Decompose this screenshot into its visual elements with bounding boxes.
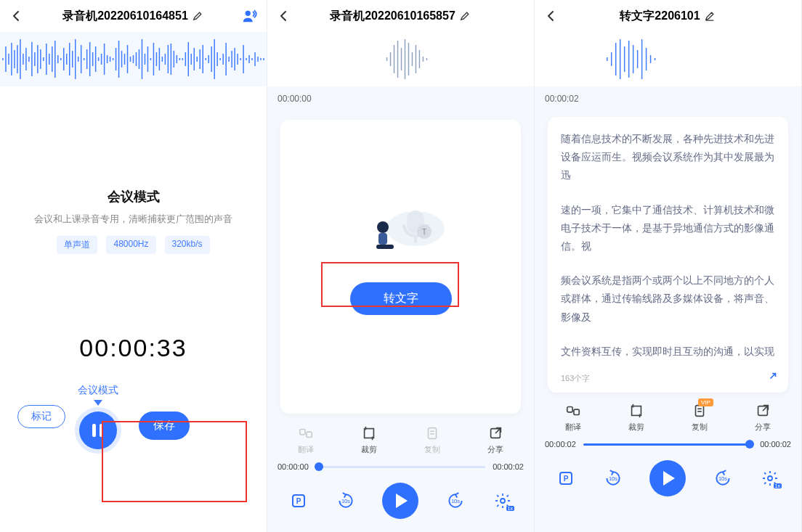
paragraph: 速的一项，它集中了通信技术、计算机技术和微电子技术于一体，是基于异地通信方式的影… (561, 201, 775, 256)
header: 转文字2206101 (535, 0, 801, 32)
mark-button[interactable]: 标记 (17, 405, 65, 428)
mode-p-button[interactable]: P (288, 490, 309, 512)
progress-bar[interactable]: 00:00:00 00:00:02 (267, 458, 534, 475)
play-icon (663, 471, 675, 486)
settings-button[interactable]: 1x (492, 490, 514, 512)
svg-rect-140 (632, 406, 641, 416)
rewind-10s-button[interactable]: 10s (335, 490, 357, 512)
time-position: 00:00:00 (267, 86, 534, 111)
progress-end: 00:00:02 (760, 440, 791, 449)
action-crop[interactable]: 裁剪 (361, 425, 377, 455)
action-row: 翻译 裁剪 VIP 复制 分享 (535, 397, 801, 435)
translate-icon (298, 425, 314, 441)
play-icon (396, 494, 408, 508)
progress-end: 00:00:02 (493, 462, 524, 471)
action-label: 裁剪 (361, 444, 377, 455)
action-translate[interactable]: 翻译 (565, 403, 581, 433)
rewind-10s-button[interactable]: 10s (602, 467, 624, 489)
time-position: 00:00:02 (535, 86, 801, 111)
action-label: 翻译 (298, 444, 314, 455)
timer-display: 00:00:33 (79, 334, 187, 362)
svg-rect-113 (365, 429, 374, 438)
chip-bitrate: 320kb/s (165, 236, 210, 254)
translate-icon (565, 403, 581, 419)
progress-thumb[interactable] (745, 440, 754, 449)
edit-icon[interactable] (193, 11, 203, 21)
svg-text:10s: 10s (609, 475, 617, 482)
copy-icon (424, 425, 440, 441)
player-controls: P 10s 10s 1x (535, 453, 801, 510)
crop-icon (361, 425, 377, 441)
header: 录音机20220610164851 (0, 0, 267, 32)
mode-p-button[interactable]: P (555, 467, 577, 489)
chevron-down-icon (94, 400, 102, 406)
progress-track[interactable] (316, 466, 485, 468)
page-title: 转文字2206101 (620, 9, 700, 24)
chip-samplerate: 48000Hz (106, 236, 155, 254)
chips-row: 单声道 48000Hz 320kb/s (57, 236, 209, 254)
action-share[interactable]: 分享 (487, 425, 503, 455)
highlight-box (102, 421, 247, 502)
transcription-text: 随着信息技术的不断发展，各种先进技术和先进设备应运而生。视频会议系统作为其中发展… (561, 130, 775, 361)
back-icon[interactable] (276, 9, 291, 23)
svg-text:10s: 10s (341, 498, 350, 504)
svg-rect-143 (695, 406, 703, 417)
crop-icon (628, 403, 644, 419)
word-count: 163个字 (561, 373, 590, 384)
player-controls: P 10s 10s 1x (267, 475, 534, 532)
action-label: 翻译 (565, 422, 581, 433)
back-icon[interactable] (543, 9, 558, 23)
settings-button[interactable]: 1x (759, 467, 781, 489)
page-title: 录音机20220610165857 (330, 9, 455, 24)
action-share[interactable]: 分享 (755, 403, 771, 433)
action-crop[interactable]: 裁剪 (628, 403, 644, 433)
action-copy: 复制 (424, 425, 440, 455)
transcription-card: 随着信息技术的不断发展，各种先进技术和先进设备应运而生。视频会议系统作为其中发展… (548, 117, 788, 393)
action-label: 分享 (487, 444, 503, 455)
waveform (267, 32, 534, 86)
convert-zone: T 转文字 (267, 111, 534, 414)
svg-text:10s: 10s (451, 498, 460, 504)
mode-title: 会议模式 (108, 188, 160, 205)
mode-label: 会议模式 (78, 384, 118, 397)
paragraph: 文件资料互传，实现即时且互动的沟通，以实现 (561, 343, 775, 361)
progress-start: 00:00:00 (278, 462, 309, 471)
share-icon (487, 425, 503, 441)
svg-text:P: P (296, 497, 301, 505)
vip-badge: VIP (698, 398, 713, 406)
forward-10s-button[interactable]: 10s (445, 490, 466, 512)
action-copy[interactable]: VIP 复制 (692, 403, 708, 433)
svg-point-152 (768, 476, 772, 480)
recording-pane: 录音机20220610164851 会议模式 会议和上课录音专用，清晰捕获更广范… (0, 0, 267, 532)
transcription-pane: 转文字2206101 00:00:02 随着信息技术的不断发展，各种先进技术和先… (535, 0, 802, 532)
paragraph: 频会议系统是指两个或两个以上不同地方的个人或群体，通过传输线路及多媒体设备，将声… (561, 271, 775, 327)
illustration-icon: T (343, 185, 459, 265)
edit-icon[interactable] (460, 11, 470, 21)
svg-rect-109 (378, 233, 387, 245)
waveform (0, 32, 267, 86)
share-icon (755, 403, 771, 419)
action-translate: 翻译 (298, 425, 314, 455)
progress-thumb[interactable] (315, 462, 323, 471)
progress-track[interactable] (583, 443, 753, 446)
voice-mode-icon[interactable] (242, 8, 258, 24)
svg-rect-110 (376, 245, 394, 249)
progress-bar[interactable]: 00:00:02 00:00:02 (535, 435, 801, 453)
svg-text:P: P (563, 475, 568, 483)
mode-subtitle: 会议和上课录音专用，清晰捕获更广范围的声音 (34, 213, 232, 226)
svg-point-0 (246, 11, 251, 16)
forward-10s-button[interactable]: 10s (712, 467, 734, 489)
convert-card: T 转文字 (280, 120, 521, 414)
svg-text:T: T (421, 228, 426, 236)
svg-rect-111 (300, 430, 305, 435)
edit-icon[interactable] (705, 11, 715, 21)
action-row: 翻译 裁剪 复制 分享 (267, 420, 534, 458)
play-button[interactable] (649, 460, 686, 496)
svg-point-108 (377, 221, 389, 233)
play-button[interactable] (382, 483, 418, 519)
chip-channel: 单声道 (57, 236, 97, 254)
transcription-zone: 随着信息技术的不断发展，各种先进技术和先进设备应运而生。视频会议系统作为其中发展… (535, 111, 801, 393)
expand-icon[interactable] (768, 371, 778, 384)
back-icon[interactable] (9, 9, 23, 23)
highlight-box (321, 262, 459, 307)
